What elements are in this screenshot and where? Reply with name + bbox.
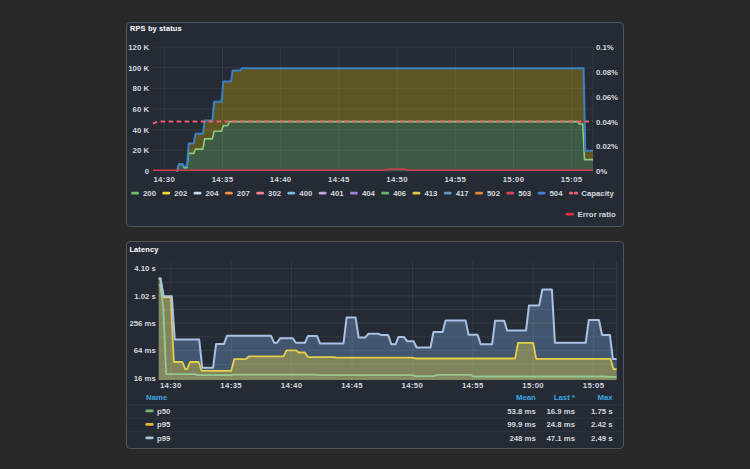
svg-text:2.42 s: 2.42 s xyxy=(591,420,613,429)
svg-text:20 K: 20 K xyxy=(133,146,150,155)
svg-text:Name: Name xyxy=(146,393,168,402)
svg-text:Max: Max xyxy=(598,393,614,402)
svg-text:40 K: 40 K xyxy=(133,126,150,135)
svg-text:64 ms: 64 ms xyxy=(134,346,157,355)
svg-text:16.9 ms: 16.9 ms xyxy=(546,406,575,415)
svg-text:14:55: 14:55 xyxy=(444,175,466,184)
svg-text:p95: p95 xyxy=(157,420,171,429)
svg-text:248 ms: 248 ms xyxy=(509,433,536,442)
svg-text:15:00: 15:00 xyxy=(522,381,544,390)
svg-text:0.1%: 0.1% xyxy=(596,43,614,52)
svg-text:207: 207 xyxy=(237,189,250,198)
svg-text:14:35: 14:35 xyxy=(220,381,242,390)
svg-text:502: 502 xyxy=(487,189,501,198)
svg-text:200: 200 xyxy=(143,189,157,198)
svg-text:204: 204 xyxy=(206,189,220,198)
svg-text:503: 503 xyxy=(518,189,532,198)
svg-text:p50: p50 xyxy=(157,406,171,415)
svg-text:99.9 ms: 99.9 ms xyxy=(507,420,536,429)
svg-text:Mean: Mean xyxy=(516,393,536,402)
svg-text:14:45: 14:45 xyxy=(341,381,363,390)
svg-text:4.10 s: 4.10 s xyxy=(134,264,156,273)
svg-text:417: 417 xyxy=(456,189,469,198)
svg-text:0.02%: 0.02% xyxy=(596,142,618,151)
svg-text:302: 302 xyxy=(268,189,282,198)
svg-text:16 ms: 16 ms xyxy=(134,373,157,382)
svg-text:80 K: 80 K xyxy=(133,84,150,93)
svg-text:413: 413 xyxy=(424,189,438,198)
svg-text:400: 400 xyxy=(299,189,313,198)
svg-text:53.8 ms: 53.8 ms xyxy=(507,406,536,415)
svg-text:100 K: 100 K xyxy=(128,64,149,73)
svg-text:0%: 0% xyxy=(596,167,607,176)
svg-text:p99: p99 xyxy=(157,433,171,442)
svg-text:60 K: 60 K xyxy=(133,105,150,114)
svg-text:14:50: 14:50 xyxy=(402,381,424,390)
svg-text:14:55: 14:55 xyxy=(462,381,484,390)
svg-text:15:00: 15:00 xyxy=(503,175,525,184)
svg-text:0: 0 xyxy=(145,167,150,176)
svg-text:1.75 s: 1.75 s xyxy=(591,406,613,415)
svg-text:0.04%: 0.04% xyxy=(596,118,618,127)
svg-text:RPS by status: RPS by status xyxy=(130,24,182,33)
svg-text:14:30: 14:30 xyxy=(160,381,182,390)
svg-text:14:50: 14:50 xyxy=(386,175,408,184)
svg-text:401: 401 xyxy=(331,189,345,198)
svg-text:15:05: 15:05 xyxy=(561,175,583,184)
svg-text:Last *: Last * xyxy=(554,393,576,402)
svg-text:404: 404 xyxy=(362,189,376,198)
svg-text:24.8 ms: 24.8 ms xyxy=(546,420,575,429)
svg-text:Capacity: Capacity xyxy=(581,189,614,198)
svg-text:Latency: Latency xyxy=(129,245,159,254)
svg-text:504: 504 xyxy=(550,189,564,198)
svg-text:406: 406 xyxy=(393,189,407,198)
svg-text:14:40: 14:40 xyxy=(270,175,292,184)
svg-text:2.49 s: 2.49 s xyxy=(591,433,613,442)
svg-text:1.02 s: 1.02 s xyxy=(134,291,156,300)
svg-text:14:30: 14:30 xyxy=(153,175,175,184)
svg-text:15:05: 15:05 xyxy=(583,381,605,390)
svg-text:Error ratio: Error ratio xyxy=(578,210,616,219)
svg-text:14:35: 14:35 xyxy=(212,175,234,184)
svg-text:47.1 ms: 47.1 ms xyxy=(546,433,575,442)
svg-text:202: 202 xyxy=(174,189,188,198)
svg-text:14:40: 14:40 xyxy=(281,381,303,390)
svg-text:256 ms: 256 ms xyxy=(129,319,156,328)
svg-text:0.06%: 0.06% xyxy=(596,93,618,102)
svg-text:120 K: 120 K xyxy=(128,43,149,52)
svg-text:0.08%: 0.08% xyxy=(596,68,618,77)
svg-text:14:45: 14:45 xyxy=(328,175,350,184)
